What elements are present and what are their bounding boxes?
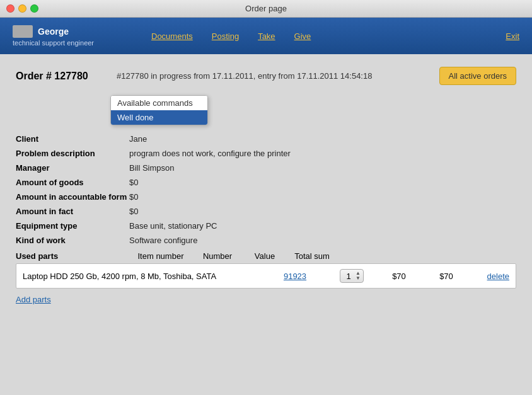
dropdown-menu: Available commands Well done — [110, 95, 208, 125]
stepper-arrows[interactable]: ▲ ▼ — [356, 271, 361, 281]
col-header-number: Number — [192, 251, 243, 261]
part-total: $70 — [421, 272, 471, 281]
field-value-amount-fact: $0 — [129, 207, 138, 216]
used-parts-label: Used parts — [16, 251, 129, 261]
part-number-stepper[interactable]: 1 ▲ ▼ — [327, 269, 377, 283]
field-problem-description: Problem description program does not wor… — [16, 149, 516, 158]
field-value-problem: program does not work, configure the pri… — [129, 149, 291, 158]
nav-take[interactable]: Take — [258, 31, 275, 41]
window-title: Order page — [245, 4, 287, 13]
field-value-client: Jane — [129, 134, 147, 144]
user-info: George technical support engineer — [13, 25, 126, 47]
minimize-button[interactable] — [18, 4, 26, 13]
field-label-amount-goods: Amount of goods — [16, 178, 129, 187]
part-name: Laptop HDD 250 Gb, 4200 rpm, 8 Mb, Toshi… — [23, 272, 263, 281]
parts-section: Used parts Item number Number Value Tota… — [16, 251, 516, 304]
field-label-manager: Manager — [16, 163, 129, 173]
close-button[interactable] — [6, 4, 14, 13]
part-value: $70 — [377, 272, 421, 281]
nav-links: Documents Posting Take Give — [151, 31, 506, 41]
main-content: Order # 127780 #127780 in progress from … — [0, 54, 532, 395]
exit-link[interactable]: Exit — [506, 31, 519, 41]
part-delete-link[interactable]: delete — [487, 272, 509, 281]
field-value-kind-of-work: Software configure — [129, 236, 197, 245]
field-client: Client Jane — [16, 134, 516, 144]
field-amount-goods: Amount of goods $0 — [16, 178, 516, 187]
part-item-number-link[interactable]: 91923 — [284, 272, 306, 281]
order-header: Order # 127780 #127780 in progress from … — [16, 67, 516, 85]
field-amount-fact: Amount in fact $0 — [16, 207, 516, 216]
nav-header: George technical support engineer Docume… — [0, 18, 532, 54]
field-value-amount-goods: $0 — [129, 178, 138, 187]
avatar — [13, 25, 33, 38]
stepper-value: 1 — [343, 272, 354, 281]
field-value-amount-accountable: $0 — [129, 192, 138, 202]
parts-row: Laptop HDD 250 Gb, 4200 rpm, 8 Mb, Toshi… — [16, 263, 516, 289]
col-header-item-number: Item number — [129, 251, 192, 261]
field-label-equipment: Equipment type — [16, 221, 129, 231]
field-label-client: Client — [16, 134, 129, 144]
order-title: Order # 127780 — [16, 71, 110, 82]
part-item-number[interactable]: 91923 — [263, 272, 327, 281]
field-kind-of-work: Kind of work Software configure — [16, 236, 516, 245]
add-parts-link[interactable]: Add parts — [16, 295, 51, 304]
fields-section: Client Jane Problem description program … — [16, 134, 516, 245]
order-status: #127780 in progress from 17.11.2011, ent… — [117, 71, 439, 81]
user-name: George — [38, 26, 69, 37]
nav-give[interactable]: Give — [294, 31, 311, 41]
field-label-amount-accountable: Amount in accountable form — [16, 192, 129, 202]
part-delete[interactable]: delete — [471, 272, 509, 281]
window-controls — [6, 4, 38, 13]
field-amount-accountable: Amount in accountable form $0 — [16, 192, 516, 202]
all-active-orders-button[interactable]: All active orders — [439, 67, 516, 85]
dropdown-item-well-done[interactable]: Well done — [111, 110, 207, 125]
col-header-value: Value — [243, 251, 287, 261]
dropdown-item-available[interactable]: Available commands — [111, 96, 207, 110]
title-bar: Order page — [0, 0, 532, 18]
col-header-total: Total sum — [287, 251, 337, 261]
field-value-manager: Bill Simpson — [129, 163, 175, 173]
field-manager: Manager Bill Simpson — [16, 163, 516, 173]
field-label-kind-of-work: Kind of work — [16, 236, 129, 245]
field-label-problem: Problem description — [16, 149, 129, 158]
nav-posting[interactable]: Posting — [212, 31, 239, 41]
commands-dropdown[interactable]: Available commands Well done — [110, 95, 208, 125]
user-role: technical support engineer — [13, 39, 126, 47]
field-equipment-type: Equipment type Base unit, stationary PC — [16, 221, 516, 231]
stepper-down-icon[interactable]: ▼ — [356, 276, 361, 281]
maximize-button[interactable] — [30, 4, 38, 13]
field-label-amount-fact: Amount in fact — [16, 207, 129, 216]
nav-documents[interactable]: Documents — [151, 31, 193, 41]
field-value-equipment: Base unit, stationary PC — [129, 221, 217, 231]
